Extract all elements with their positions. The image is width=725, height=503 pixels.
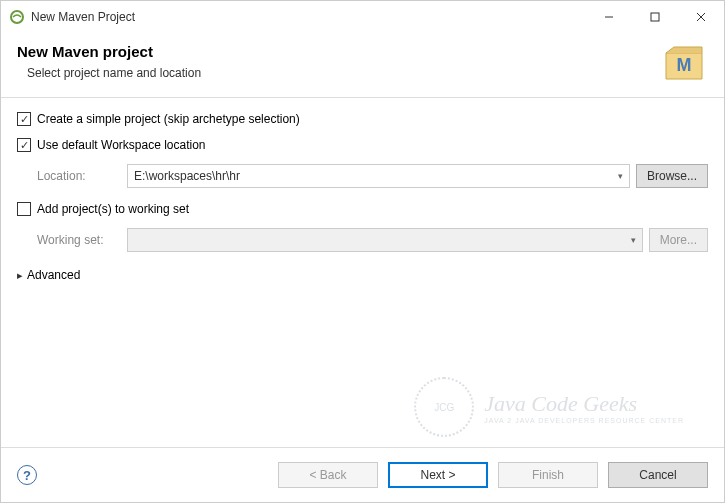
wizard-header: New Maven project Select project name an… [1, 33, 724, 98]
titlebar: New Maven Project [1, 1, 724, 33]
close-button[interactable] [678, 1, 724, 33]
svg-point-0 [11, 11, 23, 23]
more-button: More... [649, 228, 708, 252]
default-workspace-checkbox[interactable] [17, 138, 31, 152]
browse-button[interactable]: Browse... [636, 164, 708, 188]
svg-rect-2 [651, 13, 659, 21]
watermark-main: Java Code Geeks [484, 391, 684, 417]
watermark-badge: JCG [414, 377, 474, 437]
advanced-toggle[interactable]: ▸ Advanced [17, 268, 708, 282]
working-set-combo: ▾ [127, 228, 643, 252]
default-workspace-label: Use default Workspace location [37, 138, 206, 152]
svg-text:M: M [677, 55, 692, 75]
chevron-down-icon: ▾ [618, 171, 623, 181]
window-controls [586, 1, 724, 33]
location-combo[interactable]: E:\workspaces\hr\hr ▾ [127, 164, 630, 188]
expand-arrow-icon: ▸ [17, 269, 23, 282]
working-set-checkbox[interactable] [17, 202, 31, 216]
chevron-down-icon: ▾ [631, 235, 636, 245]
page-title: New Maven project [17, 43, 201, 60]
maximize-button[interactable] [632, 1, 678, 33]
simple-project-label: Create a simple project (skip archetype … [37, 112, 300, 126]
location-value: E:\workspaces\hr\hr [134, 169, 618, 183]
window-title: New Maven Project [31, 10, 586, 24]
working-set-chk-label: Add project(s) to working set [37, 202, 189, 216]
content-area: Create a simple project (skip archetype … [1, 98, 724, 447]
eclipse-icon [9, 9, 25, 25]
working-set-label: Working set: [37, 233, 127, 247]
cancel-button[interactable]: Cancel [608, 462, 708, 488]
watermark: JCG Java Code Geeks JAVA 2 JAVA DEVELOPE… [414, 377, 684, 437]
help-icon[interactable]: ? [17, 465, 37, 485]
location-label: Location: [37, 169, 127, 183]
footer: ? < Back Next > Finish Cancel [1, 448, 724, 502]
simple-project-checkbox[interactable] [17, 112, 31, 126]
page-subtitle: Select project name and location [27, 66, 201, 80]
watermark-sub: JAVA 2 JAVA DEVELOPERS RESOURCE CENTER [484, 417, 684, 424]
finish-button: Finish [498, 462, 598, 488]
minimize-button[interactable] [586, 1, 632, 33]
maven-icon: M [660, 43, 708, 83]
advanced-label: Advanced [27, 268, 80, 282]
next-button[interactable]: Next > [388, 462, 488, 488]
back-button: < Back [278, 462, 378, 488]
